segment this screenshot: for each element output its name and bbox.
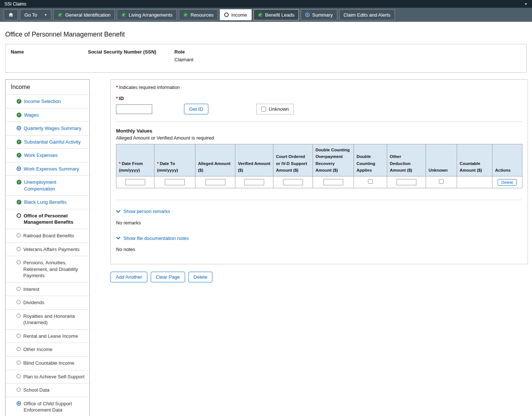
sidebar-item-plan-to-achieve-self-support[interactable]: Plan to Achieve Self-Support — [6, 370, 89, 384]
clear-page-button[interactable]: Clear Page — [151, 272, 185, 282]
complete-check-icon — [121, 13, 126, 17]
sidebar-item-quarterly-wages-summary[interactable]: Quarterly Wages Summary — [6, 121, 89, 135]
sidebar-item-label: Quarterly Wages Summary — [24, 125, 81, 132]
sidebar-item-work-expenses-summary[interactable]: Work Expenses Summary — [6, 162, 89, 176]
tab-summary[interactable]: Summary — [301, 9, 337, 20]
sidebar-item-office-of-personnel-management-benefits[interactable]: Office of Personnel Management Benefits — [6, 209, 89, 229]
sidebar-item-income-selection[interactable]: Income Selection — [6, 94, 89, 108]
date-from-input[interactable] — [125, 179, 145, 185]
sidebar-item-dividends[interactable]: Dividends — [6, 296, 89, 309]
get-id-button[interactable]: Get ID — [184, 104, 208, 114]
divider — [116, 200, 522, 200]
not-started-circle-icon — [17, 374, 21, 378]
cell-court-ordered-amount — [273, 176, 313, 188]
chevron-down-icon — [116, 210, 120, 213]
tab-benefit-leads[interactable]: Benefit Leads — [253, 9, 299, 20]
required-asterisk: * — [116, 96, 118, 101]
tab-living-arrangements[interactable]: Living Arrangements — [117, 9, 177, 20]
column-header-date-from: *Date From (mm/yyyy) — [116, 144, 154, 176]
sidebar-item-black-lung-benefits[interactable]: Black Lung Benefits — [6, 195, 89, 209]
sidebar-item-royalties-and-honoraria-unearned[interactable]: Royalties and Honoraria (Unearned) — [6, 309, 89, 329]
not-started-circle-icon — [17, 334, 21, 338]
other-deduction-amount-input[interactable] — [396, 179, 416, 185]
required-information-note: *Indicates required information — [116, 85, 522, 90]
home-button[interactable] — [4, 9, 18, 20]
income-sidebar: Income Income SelectionWagesQuarterly Wa… — [5, 79, 90, 416]
monthly-values-title: Monthly Values — [116, 128, 522, 134]
sidebar-item-blind-countable-income[interactable]: Blind Countable Income — [6, 356, 89, 370]
unknown-checkbox[interactable] — [439, 179, 444, 184]
sidebar-item-label: Income Selection — [24, 98, 61, 105]
panel-action-buttons: Add Another Clear Page Delete — [110, 272, 528, 282]
add-another-button[interactable]: Add Another — [110, 272, 147, 282]
complete-check-icon — [17, 153, 21, 158]
cell-double-counting-recovery-amount — [313, 176, 354, 188]
sidebar-item-label: Substantial Gainful Activity — [24, 139, 81, 145]
sidebar-item-substantial-gainful-activity[interactable]: Substantial Gainful Activity — [6, 135, 89, 149]
id-unknown-checkbox[interactable] — [261, 107, 266, 111]
column-header-label: Countable Amount ($) — [460, 161, 482, 172]
sidebar-item-label: Interest — [23, 286, 39, 293]
sidebar-item-label: Railroad Board Benefits — [23, 233, 74, 239]
sidebar-item-veterans-affairs-payments[interactable]: Veterans Affairs Payments — [6, 243, 89, 256]
role-label: Role — [174, 49, 193, 55]
benefit-form-panel: *Indicates required information *ID Get … — [110, 79, 528, 264]
delete-button[interactable]: Delete — [188, 272, 213, 282]
tab-label: General Identification — [65, 12, 110, 18]
monthly-values-table: *Date From (mm/yyyy)*Date To (mm/yyyy)Al… — [116, 144, 522, 188]
column-header-label: Date To (mm/yyyy) — [157, 161, 178, 172]
sidebar-item-school-data[interactable]: School Data — [6, 383, 89, 397]
page-title: Office of Personnel Management Benefit — [5, 31, 527, 38]
sidebar-item-label: Veterans Affairs Payments — [23, 246, 79, 253]
sidebar-item-interest[interactable]: Interest — [6, 282, 89, 296]
id-unknown-checkbox-group[interactable]: Unknown — [256, 104, 294, 114]
sidebar-item-label: Office of Personnel Management Benefits — [24, 213, 86, 226]
column-header-label: Alleged Amount ($) — [198, 161, 231, 172]
cell-countable-amount — [457, 176, 492, 188]
titlebar-caret-down-icon[interactable]: ▼ — [524, 2, 528, 6]
double-counting-applies-checkbox[interactable] — [368, 179, 373, 184]
not-started-circle-icon — [17, 314, 21, 318]
person-ssn-column: Social Security Number (SSN) — [88, 49, 174, 62]
sidebar-item-label: Wages — [24, 112, 39, 118]
not-started-circle-icon — [17, 361, 21, 365]
not-started-circle-icon — [17, 247, 21, 251]
role-value: Claimant — [174, 57, 193, 62]
court-ordered-amount-input[interactable] — [283, 179, 303, 185]
cell-double-counting-applies — [354, 176, 387, 188]
current-radio-icon — [224, 13, 229, 17]
double-counting-recovery-amount-input[interactable] — [323, 179, 343, 185]
sidebar-item-label: Other Income — [23, 346, 52, 353]
sidebar-item-unemployment-compensation[interactable]: Unemployment Compensation — [6, 175, 89, 195]
monthly-values-subtitle: Alleged Amount or Verified Amount is req… — [116, 135, 522, 141]
delete-row-button[interactable]: Delete — [498, 179, 517, 186]
sidebar-item-pensions-annuities-retirement-and-disability-payments[interactable]: Pensions, Annuities, Retirement, and Dis… — [6, 256, 89, 282]
tab-general-identification[interactable]: General Identification — [53, 9, 115, 20]
sidebar-item-work-expenses[interactable]: Work Expenses — [6, 148, 89, 162]
sidebar-item-office-of-child-support-enforcement-data[interactable]: Office of Child Support Enforcement Data — [6, 397, 89, 416]
main-content: Office of Personnel Management Benefit N… — [0, 22, 532, 416]
show-file-documentation-notes-toggle[interactable]: Show file documentation notes — [116, 235, 189, 241]
verified-amount-input[interactable] — [244, 179, 264, 185]
sidebar-item-rental-and-lease-income[interactable]: Rental and Lease Income — [6, 329, 89, 343]
in-progress-icon — [17, 401, 21, 406]
person-name-column: Name — [11, 49, 88, 62]
sidebar-item-other-income[interactable]: Other Income — [6, 343, 89, 356]
tab-resources[interactable]: Resources — [179, 9, 218, 20]
in-progress-icon — [17, 166, 21, 171]
column-header-label: Date From (mm/yyyy) — [119, 161, 143, 172]
sidebar-item-label: Office of Child Support Enforcement Data — [24, 400, 86, 413]
go-to-dropdown[interactable]: Go To ▼ — [20, 9, 51, 20]
column-header-label: Actions — [495, 168, 511, 172]
alleged-amount-input[interactable] — [205, 179, 225, 185]
show-person-remarks-toggle[interactable]: Show person remarks — [116, 209, 170, 214]
sidebar-item-railroad-board-benefits[interactable]: Railroad Board Benefits — [6, 229, 89, 243]
id-input[interactable] — [116, 104, 152, 114]
tab-income[interactable]: Income — [220, 9, 252, 20]
sidebar-item-wages[interactable]: Wages — [6, 108, 89, 122]
date-to-input[interactable] — [165, 179, 185, 185]
tab-claim-edits-and-alerts[interactable]: Claim Edits and Alerts — [339, 9, 395, 20]
sidebar-item-label: Black Lung Benefits — [24, 199, 66, 206]
no-remarks-text: No remarks — [116, 220, 522, 226]
complete-check-icon — [258, 13, 263, 17]
